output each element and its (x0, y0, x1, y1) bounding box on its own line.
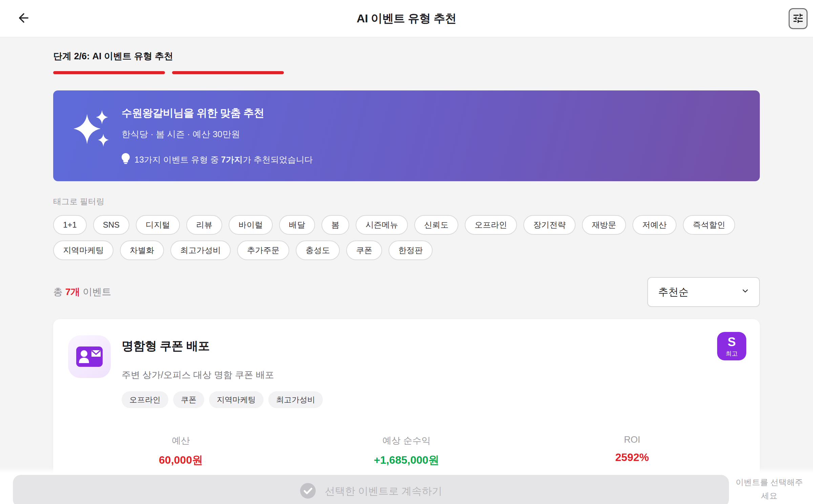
filter-tag-chip[interactable]: 충성도 (296, 240, 340, 260)
event-tag: 쿠폰 (173, 391, 204, 408)
event-tag: 최고가성비 (268, 391, 323, 408)
filter-tag-chip[interactable]: 차별화 (120, 240, 164, 260)
chevron-down-icon (741, 286, 750, 298)
filter-tag-chip[interactable]: 1+1 (53, 215, 87, 235)
filter-tag-chip[interactable]: 한정판 (389, 240, 433, 260)
bottom-bar: 선택한 이벤트로 계속하기 이벤트를 선택해주세요 (0, 473, 813, 504)
stat-label: ROI (519, 435, 745, 445)
banner-info: 13가지 이벤트 유형 중 7가지가 추천되었습니다 (122, 153, 313, 166)
filter-tag-chip[interactable]: 배달 (279, 215, 315, 235)
filter-tag-chip[interactable]: 최고가성비 (170, 240, 231, 260)
filter-tag-chip[interactable]: 리뷰 (186, 215, 222, 235)
grade-letter: S (728, 336, 736, 348)
filter-tag-chip[interactable]: 저예산 (632, 215, 676, 235)
banner-info-text: 13가지 이벤트 유형 중 7가지가 추천되었습니다 (134, 154, 313, 165)
progress-segment (291, 71, 403, 74)
filter-tags: 1+1SNS디지털리뷰바이럴배달봄시즌메뉴신뢰도오프라인장기전략재방문저예산즉석… (53, 215, 760, 260)
filter-tag-chip[interactable]: SNS (93, 215, 129, 235)
select-event-helper-text: 이벤트를 선택해주세요 (732, 476, 806, 503)
stat-value: 2592% (519, 451, 745, 464)
filter-tag-chip[interactable]: 재방문 (582, 215, 626, 235)
filter-tag-chip[interactable]: 신뢰도 (414, 215, 458, 235)
sparkles-icon (71, 109, 109, 152)
banner-title: 수원왕갈비님을 위한 맞춤 추천 (122, 106, 313, 120)
event-count: 총 7개 이벤트 (53, 286, 111, 298)
grade-label: 최고 (726, 351, 738, 357)
progress-segment (172, 71, 284, 74)
progress-bar (53, 71, 760, 74)
filter-label: 태그로 필터링 (53, 196, 760, 207)
event-description: 주변 상가/오피스 대상 명함 쿠폰 배포 (122, 369, 323, 381)
filter-tag-chip[interactable]: 디지털 (136, 215, 180, 235)
filter-settings-button[interactable] (789, 8, 808, 29)
filter-tag-chip[interactable]: 즉석할인 (683, 215, 735, 235)
main-content: 단계 2/6: AI 이벤트 유형 추천 수원왕갈비님을 위한 맞춤 추천 한식… (0, 50, 813, 504)
back-arrow-icon (17, 11, 31, 26)
filter-tag-chip[interactable]: 지역마케팅 (53, 240, 113, 260)
filter-tag-chip[interactable]: 쿠폰 (346, 240, 382, 260)
check-circle-icon (300, 483, 316, 500)
event-stats: 예산60,000원예상 순수익+1,685,000원ROI2592% (68, 435, 745, 468)
stat-예상 순수익: 예상 순수익+1,685,000원 (294, 435, 519, 468)
lightbulb-icon (122, 153, 130, 166)
event-tags: 오프라인쿠폰지역마케팅최고가성비 (122, 391, 323, 408)
step-label: 단계 2/6: AI 이벤트 유형 추천 (53, 50, 760, 62)
stat-label: 예산 (68, 435, 294, 447)
progress-segment (648, 71, 760, 74)
tune-sliders-icon (792, 12, 804, 25)
list-header: 총 7개 이벤트 추천순 (53, 277, 760, 307)
progress-segment (53, 71, 165, 74)
event-title: 명함형 쿠폰 배포 (122, 338, 323, 354)
page-title: AI 이벤트 유형 추천 (357, 11, 456, 26)
filter-tag-chip[interactable]: 오프라인 (465, 215, 517, 235)
event-tag: 지역마케팅 (209, 391, 264, 408)
sort-select[interactable]: 추천순 (647, 277, 760, 307)
continue-button[interactable]: 선택한 이벤트로 계속하기 (13, 475, 729, 504)
event-card-texts: 명함형 쿠폰 배포 주변 상가/오피스 대상 명함 쿠폰 배포 오프라인쿠폰지역… (122, 335, 323, 408)
back-button[interactable] (14, 9, 33, 28)
filter-tag-chip[interactable]: 시즌메뉴 (356, 215, 408, 235)
progress-segment (410, 71, 522, 74)
banner-subtitle: 한식당 · 봄 시즌 · 예산 30만원 (122, 128, 313, 140)
ai-recommendation-banner: 수원왕갈비님을 위한 맞춤 추천 한식당 · 봄 시즌 · 예산 30만원 13… (53, 90, 760, 181)
progress-segment (529, 71, 641, 74)
stat-ROI: ROI2592% (519, 435, 745, 468)
banner-text-block: 수원왕갈비님을 위한 맞춤 추천 한식당 · 봄 시즌 · 예산 30만원 13… (122, 106, 313, 166)
stat-value: 60,000원 (68, 453, 294, 468)
stat-예산: 예산60,000원 (68, 435, 294, 468)
stat-value: +1,685,000원 (294, 453, 519, 468)
event-card-head: 명함형 쿠폰 배포 주변 상가/오피스 대상 명함 쿠폰 배포 오프라인쿠폰지역… (68, 335, 745, 408)
event-tag: 오프라인 (122, 391, 168, 408)
stat-label: 예상 순수익 (294, 435, 519, 447)
sort-select-value: 추천순 (658, 285, 689, 299)
filter-tag-chip[interactable]: 추가주문 (237, 240, 289, 260)
filter-tag-chip[interactable]: 장기전략 (523, 215, 576, 235)
contact-coupon-icon (68, 335, 111, 378)
continue-button-label: 선택한 이벤트로 계속하기 (325, 484, 442, 498)
grade-badge: S 최고 (717, 332, 746, 360)
header: AI 이벤트 유형 추천 (0, 0, 813, 37)
filter-tag-chip[interactable]: 바이럴 (229, 215, 273, 235)
filter-tag-chip[interactable]: 봄 (321, 215, 349, 235)
